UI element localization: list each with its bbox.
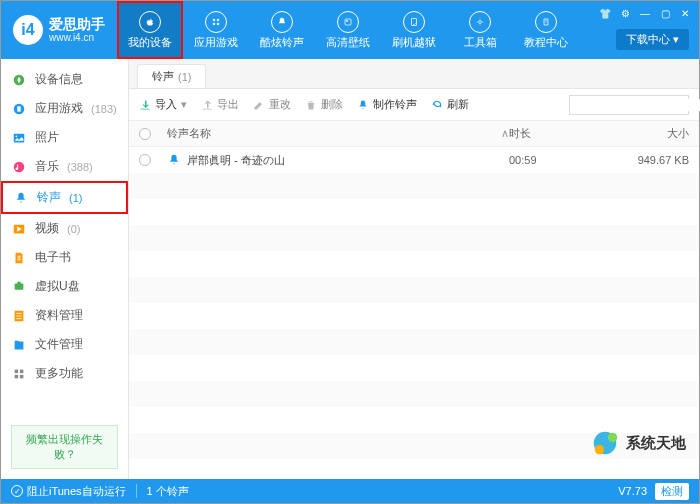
app-logo: i4 爱思助手 www.i4.cn bbox=[1, 15, 117, 45]
close-button[interactable]: ✕ bbox=[679, 7, 691, 19]
sidebar-item-0[interactable]: 设备信息 bbox=[1, 65, 128, 94]
ringtones-icon bbox=[271, 11, 293, 33]
skin-icon[interactable]: 👕 bbox=[599, 7, 611, 19]
sidebar-item-label: 设备信息 bbox=[35, 71, 83, 88]
sidebar-help-link[interactable]: 频繁出现操作失败？ bbox=[11, 425, 118, 469]
sidebar-icon bbox=[11, 72, 27, 88]
sidebar-item-label: 文件管理 bbox=[35, 336, 83, 353]
svg-point-1 bbox=[217, 19, 219, 21]
sidebar-item-5[interactable]: 视频(0) bbox=[1, 214, 128, 243]
sidebar-item-4[interactable]: 铃声(1) bbox=[1, 181, 128, 214]
wallpapers-icon bbox=[337, 11, 359, 33]
nav-jailbreak[interactable]: 刷机越狱 bbox=[381, 1, 447, 59]
sidebar-item-label: 资料管理 bbox=[35, 307, 83, 324]
sidebar-item-3[interactable]: 音乐(388) bbox=[1, 152, 128, 181]
apps-icon bbox=[205, 11, 227, 33]
header: i4 爱思助手 www.i4.cn 我的设备应用游戏酷炫铃声高清壁纸刷机越狱工具… bbox=[1, 1, 699, 59]
settings-icon[interactable]: ⚙ bbox=[619, 7, 631, 19]
svg-rect-18 bbox=[15, 374, 19, 378]
column-duration[interactable]: 时长 bbox=[509, 126, 609, 141]
minimize-button[interactable]: — bbox=[639, 7, 651, 19]
nav-ringtones[interactable]: 酷炫铃声 bbox=[249, 1, 315, 59]
status-count: 1 个铃声 bbox=[147, 484, 189, 499]
table-row-empty bbox=[129, 459, 699, 479]
table-row-empty bbox=[129, 173, 699, 199]
export-button[interactable]: 导出 bbox=[201, 97, 239, 112]
sidebar-icon bbox=[11, 221, 27, 237]
table-row-empty bbox=[129, 303, 699, 329]
nav-label: 工具箱 bbox=[464, 35, 497, 50]
version-label: V7.73 bbox=[618, 485, 647, 497]
nav-label: 高清壁纸 bbox=[326, 35, 370, 50]
svg-rect-14 bbox=[17, 281, 21, 284]
export-icon bbox=[201, 99, 213, 111]
svg-rect-19 bbox=[20, 374, 24, 378]
tutorial-icon bbox=[535, 11, 557, 33]
download-center-button[interactable]: 下载中心 ▾ bbox=[616, 29, 689, 50]
sidebar-icon bbox=[11, 308, 27, 324]
maximize-button[interactable]: ▢ bbox=[659, 7, 671, 19]
nav-label: 应用游戏 bbox=[194, 35, 238, 50]
nav-device[interactable]: 我的设备 bbox=[117, 1, 183, 59]
svg-rect-4 bbox=[345, 19, 351, 25]
nav-apps[interactable]: 应用游戏 bbox=[183, 1, 249, 59]
nav-label: 刷机越狱 bbox=[392, 35, 436, 50]
table-row-empty bbox=[129, 355, 699, 381]
column-size[interactable]: 大小 bbox=[609, 126, 689, 141]
select-all-checkbox[interactable] bbox=[139, 128, 151, 140]
block-itunes-toggle[interactable]: 阻止iTunes自动运行 bbox=[11, 484, 126, 499]
sidebar-item-2[interactable]: 照片 bbox=[1, 123, 128, 152]
nav-wallpapers[interactable]: 高清壁纸 bbox=[315, 1, 381, 59]
tab-ringtones[interactable]: 铃声 (1) bbox=[137, 64, 206, 88]
row-size: 949.67 KB bbox=[609, 154, 689, 166]
column-name[interactable]: 铃声名称 ∧ bbox=[161, 126, 509, 141]
sidebar-item-9[interactable]: 文件管理 bbox=[1, 330, 128, 359]
svg-point-11 bbox=[14, 161, 25, 172]
bell-icon bbox=[357, 99, 369, 111]
table-row-empty bbox=[129, 251, 699, 277]
search-input[interactable] bbox=[574, 99, 700, 111]
svg-point-10 bbox=[16, 135, 18, 137]
svg-rect-6 bbox=[412, 18, 417, 25]
tools-icon bbox=[469, 11, 491, 33]
svg-rect-9 bbox=[14, 133, 25, 142]
svg-point-0 bbox=[213, 19, 215, 21]
search-box[interactable] bbox=[569, 95, 689, 115]
nav-tools[interactable]: 工具箱 bbox=[447, 1, 513, 59]
sidebar-item-6[interactable]: 电子书 bbox=[1, 243, 128, 272]
rename-button[interactable]: 重改 bbox=[253, 97, 291, 112]
table-body: 岸部眞明 - 奇迹の山 00:59 949.67 KB bbox=[129, 147, 699, 479]
rename-icon bbox=[253, 99, 265, 111]
table-row-empty bbox=[129, 199, 699, 225]
sidebar-item-count: (0) bbox=[67, 223, 80, 235]
table-row-empty bbox=[129, 433, 699, 459]
window-controls: 👕 ⚙ — ▢ ✕ bbox=[599, 7, 691, 19]
sidebar-item-7[interactable]: 虚拟U盘 bbox=[1, 272, 128, 301]
refresh-button[interactable]: 刷新 bbox=[431, 97, 469, 112]
sidebar-item-10[interactable]: 更多功能 bbox=[1, 359, 128, 388]
row-checkbox[interactable] bbox=[139, 154, 151, 166]
sidebar-item-label: 照片 bbox=[35, 129, 59, 146]
table-row-empty bbox=[129, 225, 699, 251]
tab-count: (1) bbox=[178, 71, 191, 83]
sidebar-item-8[interactable]: 资料管理 bbox=[1, 301, 128, 330]
svg-rect-17 bbox=[20, 369, 24, 373]
table-row[interactable]: 岸部眞明 - 奇迹の山 00:59 949.67 KB bbox=[129, 147, 699, 173]
nav-tutorial[interactable]: 教程中心 bbox=[513, 1, 579, 59]
make-ringtone-button[interactable]: 制作铃声 bbox=[357, 97, 417, 112]
sidebar-icon bbox=[11, 279, 27, 295]
sidebar-item-label: 电子书 bbox=[35, 249, 71, 266]
tabbar: 铃声 (1) bbox=[129, 59, 699, 89]
svg-rect-13 bbox=[15, 283, 24, 289]
toolbar: 导入▾ 导出 重改 删除 制作铃声 bbox=[129, 89, 699, 121]
svg-point-7 bbox=[479, 20, 482, 23]
import-button[interactable]: 导入▾ bbox=[139, 97, 187, 112]
delete-button[interactable]: 删除 bbox=[305, 97, 343, 112]
sidebar-item-label: 铃声 bbox=[37, 189, 61, 206]
sidebar-item-count: (183) bbox=[91, 103, 117, 115]
check-update-button[interactable]: 检测 bbox=[655, 483, 689, 500]
table-row-empty bbox=[129, 381, 699, 407]
sidebar-item-1[interactable]: 应用游戏(183) bbox=[1, 94, 128, 123]
sidebar-icon bbox=[11, 250, 27, 266]
app-title: 爱思助手 bbox=[49, 17, 105, 32]
